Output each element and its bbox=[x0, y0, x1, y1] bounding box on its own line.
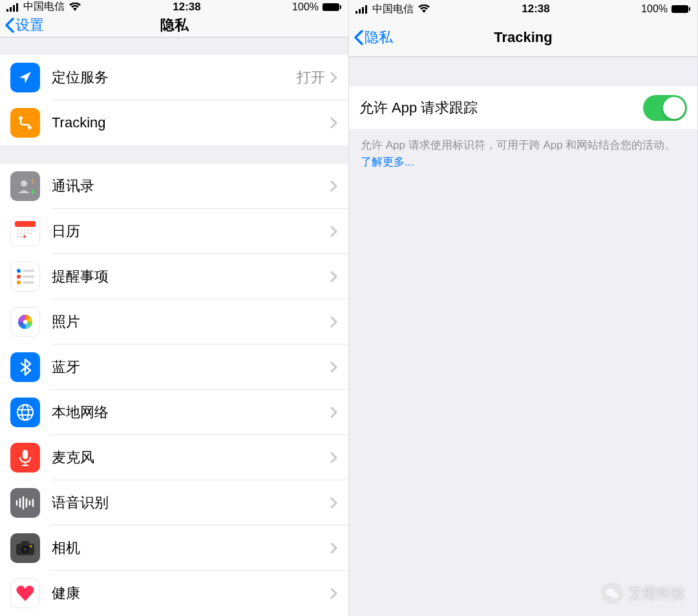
learn-more-link[interactable]: 了解更多... bbox=[361, 156, 414, 168]
page-title: Tracking bbox=[349, 29, 697, 46]
row-label: 相机 bbox=[52, 538, 330, 558]
battery-percent-label: 100% bbox=[641, 3, 668, 15]
row-microphone[interactable]: 麦克风 bbox=[0, 435, 348, 480]
svg-point-40 bbox=[22, 405, 28, 420]
row-label: 定位服务 bbox=[52, 68, 297, 87]
wifi-icon bbox=[418, 5, 430, 14]
row-label: 照片 bbox=[52, 312, 330, 332]
phone-right: 中国电信 12:38 100% 隐私 Tracking 允许 App 请求跟踪 bbox=[349, 0, 698, 616]
chevron-right-icon bbox=[330, 452, 338, 463]
svg-point-14 bbox=[24, 229, 25, 231]
row-label: 提醒事项 bbox=[52, 267, 330, 286]
svg-rect-3 bbox=[16, 3, 18, 12]
row-photos[interactable]: 照片 bbox=[0, 299, 348, 345]
row-location-services[interactable]: 定位服务 打开 bbox=[0, 55, 348, 100]
location-icon bbox=[10, 63, 40, 92]
row-local-network[interactable]: 本地网络 bbox=[0, 390, 348, 435]
svg-rect-53 bbox=[21, 541, 29, 545]
svg-rect-62 bbox=[689, 7, 690, 11]
row-label: 语音识别 bbox=[52, 493, 330, 513]
svg-rect-10 bbox=[15, 221, 36, 227]
svg-point-6 bbox=[21, 180, 27, 187]
chevron-right-icon bbox=[330, 316, 338, 328]
back-button[interactable]: 设置 bbox=[0, 16, 44, 35]
svg-point-39 bbox=[17, 405, 33, 420]
svg-rect-11 bbox=[15, 227, 36, 242]
clock-label: 12:38 bbox=[173, 1, 200, 14]
section-gap bbox=[0, 37, 348, 56]
chevron-left-icon bbox=[353, 30, 363, 45]
contacts-icon bbox=[10, 171, 40, 201]
svg-point-16 bbox=[30, 229, 32, 231]
battery-icon bbox=[323, 3, 342, 12]
row-allow-tracking[interactable]: 允许 App 请求跟踪 bbox=[349, 87, 697, 129]
camera-icon bbox=[10, 533, 40, 563]
row-label: 蓝牙 bbox=[52, 357, 330, 377]
health-icon bbox=[10, 579, 40, 608]
svg-point-20 bbox=[27, 233, 28, 234]
status-bar: 中国电信 12:38 100% bbox=[0, 0, 348, 14]
svg-rect-61 bbox=[672, 5, 688, 13]
footer-body: 允许 App 请求使用标识符，可用于跨 App 和网站结合您的活动。 bbox=[361, 139, 675, 151]
svg-rect-60 bbox=[365, 5, 367, 14]
row-group-2: 通讯录 日历 提醒事项 照片 bbox=[0, 164, 348, 616]
svg-rect-4 bbox=[323, 3, 339, 11]
back-label: 隐私 bbox=[365, 28, 393, 47]
svg-rect-58 bbox=[359, 9, 361, 14]
photos-icon bbox=[10, 307, 40, 337]
row-group-toggle: 允许 App 请求跟踪 bbox=[349, 87, 697, 129]
chevron-right-icon bbox=[330, 361, 338, 373]
svg-point-55 bbox=[23, 547, 27, 551]
microphone-icon bbox=[10, 443, 40, 473]
toggle-label: 允许 App 请求跟踪 bbox=[359, 98, 643, 118]
svg-point-18 bbox=[21, 233, 22, 234]
chevron-left-icon bbox=[4, 17, 14, 33]
row-health[interactable]: 健康 bbox=[0, 571, 348, 616]
tracking-icon bbox=[10, 108, 40, 138]
carrier-label: 中国电信 bbox=[372, 3, 414, 16]
row-label: 通讯录 bbox=[52, 176, 330, 196]
row-tracking[interactable]: Tracking bbox=[0, 100, 348, 145]
chevron-right-icon bbox=[330, 117, 338, 129]
svg-point-24 bbox=[23, 235, 26, 238]
chevron-right-icon bbox=[330, 542, 338, 554]
chevron-right-icon bbox=[330, 226, 338, 237]
tracking-toggle[interactable] bbox=[643, 95, 687, 121]
row-label: Tracking bbox=[52, 114, 330, 131]
bluetooth-icon bbox=[10, 352, 40, 382]
speech-icon bbox=[10, 488, 40, 518]
row-label: 日历 bbox=[52, 222, 330, 241]
row-calendar[interactable]: 日历 bbox=[0, 209, 348, 254]
carrier-label: 中国电信 bbox=[23, 0, 65, 14]
svg-point-19 bbox=[24, 233, 25, 234]
svg-rect-59 bbox=[362, 7, 364, 14]
row-label: 健康 bbox=[52, 584, 330, 603]
phone-left: 中国电信 12:38 100% 设置 隐私 定位服务 打 bbox=[0, 0, 349, 616]
back-label: 设置 bbox=[16, 16, 44, 35]
reminders-icon bbox=[10, 262, 40, 292]
toggle-knob bbox=[663, 97, 685, 119]
row-speech-recognition[interactable]: 语音识别 bbox=[0, 480, 348, 526]
svg-point-13 bbox=[21, 229, 22, 231]
svg-rect-26 bbox=[23, 270, 34, 272]
svg-rect-30 bbox=[23, 282, 34, 284]
svg-rect-8 bbox=[32, 184, 34, 189]
battery-percent-label: 100% bbox=[292, 1, 319, 13]
svg-rect-7 bbox=[32, 179, 34, 184]
svg-rect-0 bbox=[6, 9, 8, 12]
back-button[interactable]: 隐私 bbox=[349, 28, 393, 47]
row-contacts[interactable]: 通讯录 bbox=[0, 164, 348, 209]
row-camera[interactable]: 相机 bbox=[0, 526, 348, 571]
row-label: 本地网络 bbox=[52, 403, 330, 422]
svg-point-27 bbox=[17, 275, 21, 279]
row-reminders[interactable]: 提醒事项 bbox=[0, 254, 348, 299]
svg-rect-2 bbox=[13, 5, 15, 12]
svg-rect-1 bbox=[10, 7, 12, 12]
svg-point-56 bbox=[30, 546, 32, 547]
chevron-right-icon bbox=[330, 180, 338, 192]
calendar-icon bbox=[10, 217, 40, 246]
svg-point-21 bbox=[30, 233, 32, 234]
svg-point-25 bbox=[17, 269, 21, 273]
svg-point-12 bbox=[17, 229, 19, 231]
row-bluetooth[interactable]: 蓝牙 bbox=[0, 345, 348, 390]
